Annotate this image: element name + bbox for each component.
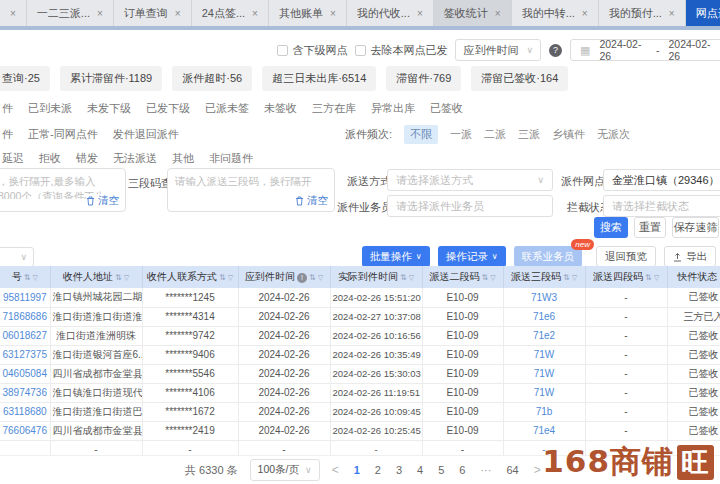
waybill-link[interactable]: 63127375 (3, 349, 48, 360)
help-icon[interactable]: ? (549, 44, 562, 57)
segment3-link[interactable]: 71W (534, 349, 555, 360)
sort-icon[interactable]: ⇅ (115, 273, 122, 282)
type-filter-item[interactable]: 正常-同网点件 (28, 127, 98, 142)
segment3-link[interactable]: 71W (534, 368, 555, 379)
include-sub-sites-option[interactable]: 含下级网点 (277, 43, 347, 58)
exclude-sent-checkbox[interactable] (355, 45, 366, 56)
waybill-link[interactable]: 95811997 (3, 292, 47, 303)
filter-icon[interactable]: ▽ (490, 274, 495, 281)
stats-pill[interactable]: 滞留件·769 (386, 66, 461, 91)
time-type-select[interactable]: 应到件时间 ∨ (455, 39, 541, 61)
dispatch-frequency-option[interactable]: 不限 (404, 125, 438, 144)
status-filter-item[interactable]: 件 (2, 101, 13, 116)
tab-其他账单[interactable]: 其他账单× (269, 0, 347, 26)
tab-订单查询[interactable]: 订单查询× (114, 0, 192, 26)
waybill-link[interactable]: 06018627 (3, 330, 48, 341)
tab-close-icon[interactable]: × (495, 8, 501, 19)
reset-button[interactable]: 重置 (634, 217, 666, 238)
tab-close-icon[interactable]: × (10, 8, 16, 19)
courier-select[interactable]: 请选择派件业务员 (387, 195, 553, 217)
prev-page-arrow[interactable]: < (332, 463, 339, 477)
save-filter-button[interactable]: 保存速筛 (672, 217, 719, 238)
segment3-link[interactable]: 71e6 (533, 311, 555, 322)
dispatch-frequency-option[interactable]: 无派次 (597, 127, 630, 142)
filter-icon[interactable]: ▽ (228, 274, 233, 281)
status-filter-item[interactable]: 未签收 (264, 101, 297, 116)
tab-网点进港...[interactable]: 网点进港...× (686, 0, 720, 26)
waybill-link[interactable]: 76606476 (3, 425, 48, 436)
tab-close-icon[interactable]: × (669, 8, 675, 19)
waybill-link[interactable]: 04605084 (3, 368, 48, 379)
dispatch-frequency-option[interactable]: 三派 (518, 127, 540, 142)
column-select[interactable]: ∨ (0, 247, 34, 267)
type-filter-item[interactable]: 件 (2, 127, 13, 142)
tab-我的代收...[interactable]: 我的代收...× (347, 0, 434, 26)
intercept-status-select[interactable]: 请选择拦截状态 (603, 195, 720, 217)
dispatch-frequency-option[interactable]: 一派 (450, 127, 472, 142)
page-number[interactable]: 4 (417, 464, 423, 476)
problem-filter-item[interactable]: 错发 (76, 151, 98, 166)
waybill-number-textarea[interactable]: ，换行隔开,最多输入8000个（查询条件不生效） 清空 (0, 168, 126, 212)
problem-filter-item[interactable]: 拒收 (39, 151, 61, 166)
dispatch-method-select[interactable]: 请选择派送方式 ∨ (387, 169, 553, 191)
date-range-input[interactable]: ▦ 2024-02-26 - 2024-02-26 (570, 39, 720, 61)
problem-filter-item[interactable]: 其他 (172, 151, 194, 166)
tab-cutoff[interactable]: × (0, 0, 27, 26)
page-number[interactable]: 3 (396, 464, 402, 476)
stats-pill[interactable]: 滞留已签收·164 (471, 66, 568, 91)
status-filter-item[interactable]: 已发下级 (146, 101, 190, 116)
tab-一二三派...[interactable]: 一二三派...× (27, 0, 114, 26)
tab-close-icon[interactable]: × (97, 8, 103, 19)
waybill-link[interactable]: 63118680 (3, 406, 47, 417)
status-filter-item[interactable]: 已派未签 (205, 101, 249, 116)
segment-code-textarea[interactable]: 请输入派送三段码，换行隔开 清空 (167, 168, 335, 212)
stats-pill[interactable]: 派件超时·56 (172, 66, 252, 91)
sort-icon[interactable]: ⇅ (309, 273, 316, 282)
segment3-link[interactable]: 71W3 (531, 292, 557, 303)
operation-records-button[interactable]: 操作记录 ∨ (438, 246, 506, 267)
stats-pill[interactable]: 累计滞留件·1189 (60, 66, 162, 91)
tab-我的中转...[interactable]: 我的中转...× (512, 0, 599, 26)
tab-close-icon[interactable]: × (330, 8, 336, 19)
status-filter-item[interactable]: 未发下级 (87, 101, 131, 116)
tab-close-icon[interactable]: × (417, 8, 423, 19)
waybill-link[interactable]: 38974736 (3, 387, 48, 398)
tab-close-icon[interactable]: × (175, 8, 181, 19)
filter-icon[interactable]: ▽ (409, 274, 414, 281)
sort-icon[interactable]: ⇅ (645, 273, 652, 282)
filter-icon[interactable]: ▽ (572, 274, 577, 281)
batch-operations-button[interactable]: 批量操作 ∨ (362, 246, 430, 267)
stats-pill[interactable]: 超三日未出库·6514 (262, 66, 376, 91)
problem-filter-item[interactable]: 非问题件 (209, 151, 253, 166)
filter-icon[interactable]: ▽ (318, 274, 323, 281)
export-button[interactable]: 导出 (664, 246, 716, 267)
return-preview-button[interactable]: 退回预览 (596, 246, 656, 267)
search-button[interactable]: 搜索 (594, 217, 628, 238)
tab-我的预付...[interactable]: 我的预付...× (599, 0, 686, 26)
status-filter-item[interactable]: 异常出库 (371, 101, 415, 116)
info-icon[interactable]: ! (297, 273, 307, 283)
segment3-link[interactable]: 71e4 (533, 425, 555, 436)
sort-icon[interactable]: ⇅ (563, 273, 570, 282)
page-number[interactable]: 64 (506, 464, 518, 476)
clear-segment-button[interactable]: 清空 (295, 194, 328, 208)
status-filter-item[interactable]: 三方在库 (312, 101, 356, 116)
dispatch-frequency-option[interactable]: 乡镇件 (552, 127, 585, 142)
exclude-sent-option[interactable]: 去除本网点已发 (355, 43, 447, 58)
page-number[interactable]: 6 (459, 464, 465, 476)
stats-pill[interactable]: 查询·25 (0, 66, 50, 91)
segment3-link[interactable]: 71b (536, 406, 553, 417)
problem-filter-item[interactable]: 无法派送 (113, 151, 157, 166)
page-number[interactable]: 5 (438, 464, 444, 476)
tab-close-icon[interactable]: × (582, 8, 588, 19)
sort-icon[interactable]: ⇅ (400, 273, 407, 282)
page-number[interactable]: 2 (375, 464, 381, 476)
filter-icon[interactable]: ▽ (124, 274, 129, 281)
tab-签收统计[interactable]: 签收统计× (434, 0, 512, 26)
type-filter-item[interactable]: 发件退回派件 (113, 127, 179, 142)
dispatch-site-input[interactable]: 金堂淮口镇（29346） (603, 169, 720, 191)
page-number[interactable]: 1 (354, 464, 360, 476)
sort-icon[interactable]: ⇅ (24, 273, 31, 282)
next-page-arrow[interactable]: > (534, 463, 541, 477)
clear-waybill-button[interactable]: 清空 (86, 194, 119, 208)
